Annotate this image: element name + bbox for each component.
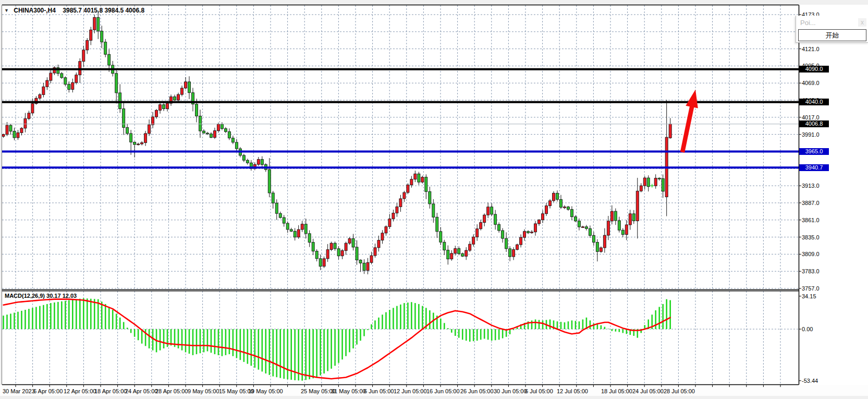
time-tick-label: 18 Apr 05:00 — [94, 388, 127, 394]
time-tick-label: 12 Apr 05:00 — [64, 388, 96, 394]
price-tick-label: 4069.0 — [802, 80, 820, 86]
symbol-dropdown-icon[interactable]: ▼ — [4, 8, 9, 13]
price-tick-label: 3991.0 — [802, 131, 820, 138]
macd-tick-label: -53.44 — [802, 378, 818, 384]
popup-titlebar: Poi... x — [796, 16, 868, 29]
time-tick-label: 24 Jul 05:00 — [632, 388, 664, 394]
price-level-label: 3940.7 — [799, 164, 829, 171]
chart-canvas[interactable] — [0, 0, 868, 399]
price-level-label: 3965.0 — [799, 148, 829, 155]
macd-tick-label: 34.15 — [802, 293, 816, 299]
time-tick-label: 6 Apr 05:00 — [33, 388, 63, 394]
price-tick-label: 3757.0 — [802, 285, 820, 292]
time-tick-label: 6 Jun 05:00 — [364, 388, 394, 394]
time-tick-label: 26 Jun 05:00 — [460, 388, 494, 394]
macd-indicator-label: MACD(12,26,9) 30.17 12.03 — [5, 293, 77, 299]
price-tick-label: 3913.0 — [802, 183, 820, 189]
time-tick-label: 9 May 05:00 — [188, 388, 219, 394]
time-tick-label: 12 Jul 05:00 — [557, 388, 588, 394]
time-tick-label: 25 May 05:00 — [301, 388, 336, 394]
price-tick-label: 3783.0 — [802, 268, 820, 274]
time-tick-label: 6 Jul 05:00 — [525, 388, 553, 394]
time-tick-label: 31 May 05:00 — [331, 388, 366, 394]
price-level-label: 4090.0 — [799, 66, 829, 72]
macd-tick-label: 0.00 — [802, 326, 813, 332]
start-button[interactable]: 开始 — [798, 29, 866, 41]
time-tick-label: 30 Mar 2023 — [3, 388, 35, 394]
chart-title: ▼ CHINA300-,H4 3985.7 4015.8 3984.5 4006… — [4, 7, 144, 14]
time-tick-label: 28 Apr 05:00 — [155, 388, 188, 394]
price-tick-label: 3809.0 — [802, 251, 820, 257]
price-tick-label: 3835.0 — [802, 234, 820, 240]
price-level-label: 4006.8 — [799, 120, 829, 127]
price-level-label: 4040.0 — [799, 99, 829, 105]
popup-window: Poi... x 开始 — [796, 16, 868, 43]
price-tick-label: 4121.0 — [802, 46, 820, 52]
time-tick-label: 24 Apr 05:00 — [125, 388, 157, 394]
close-icon[interactable]: x — [858, 18, 866, 27]
time-tick-label: 28 Jul 05:00 — [664, 388, 695, 394]
price-tick-label: 3861.0 — [802, 217, 820, 223]
trading-app-window: ▼ CHINA300-,H4 3985.7 4015.8 3984.5 4006… — [0, 0, 868, 399]
time-tick-label: 16 Jun 05:00 — [426, 388, 460, 394]
price-tick-label: 4017.0 — [802, 114, 820, 120]
time-tick-label: 19 May 05:00 — [248, 388, 283, 394]
time-tick-label: 18 Jul 05:00 — [601, 388, 632, 394]
time-tick-label: 30 Jun 05:00 — [494, 388, 527, 394]
ohlc-values: 3985.7 4015.8 3984.5 4006.8 — [63, 7, 144, 14]
price-tick-label: 3887.0 — [802, 200, 820, 206]
popup-title: Poi... — [800, 19, 816, 27]
symbol-period-label: CHINA300-,H4 — [14, 7, 56, 14]
time-tick-label: 12 Jun 05:00 — [394, 388, 427, 394]
